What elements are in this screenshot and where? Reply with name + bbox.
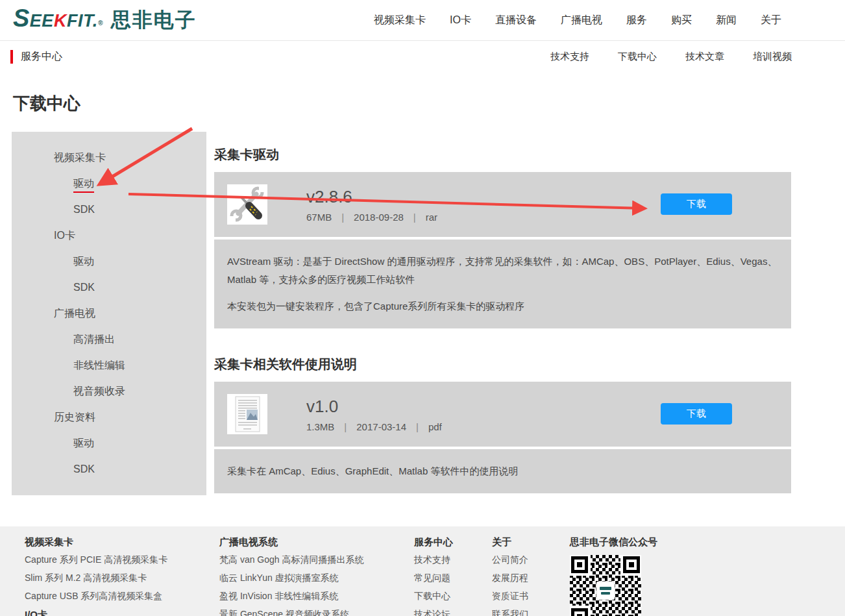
footer-link[interactable]: 常见问题 xyxy=(414,573,492,583)
download-card-driver: v2.8.6 67MB | 2018-09-28 | rar 下载 xyxy=(214,172,791,237)
sidebar-item-hd-playout[interactable]: 高清播出 xyxy=(12,326,206,352)
footer-heading: 服务中心 xyxy=(414,537,492,547)
nav-item-about[interactable]: 关于 xyxy=(761,14,781,27)
manual-description: 采集卡在 AmCap、Edius、GraphEdit、Matlab 等软件中的使… xyxy=(214,449,791,493)
footer-heading: 广播电视系统 xyxy=(219,537,414,547)
subnav-tech-articles[interactable]: 技术文章 xyxy=(685,51,724,63)
description-paragraph: AVStream 驱动：是基于 DirectShow 的通用驱动程序，支持常见的… xyxy=(227,253,778,289)
footer-link[interactable]: 联系我们 xyxy=(492,610,570,616)
version-label: v2.8.6 xyxy=(306,187,437,207)
footer-link[interactable]: 公司简介 xyxy=(492,555,570,565)
footer-link[interactable]: 发展历程 xyxy=(492,573,570,583)
download-button-manual[interactable]: 下载 xyxy=(661,403,732,425)
nav-item-service[interactable]: 服务 xyxy=(626,14,647,27)
nav-item-news[interactable]: 新闻 xyxy=(716,14,737,27)
document-icon xyxy=(227,394,267,434)
footer-link[interactable]: Capture USB 系列高清视频采集盒 xyxy=(25,591,219,601)
section-title-driver: 采集卡驱动 xyxy=(214,146,791,164)
breadcrumb-title: 服务中心 xyxy=(21,50,62,64)
footer-link[interactable]: 临云 LinkYun 虚拟演播室系统 xyxy=(219,573,414,583)
section-title-manual: 采集卡相关软件使用说明 xyxy=(214,356,791,373)
sidebar-item-nonlinear-edit[interactable]: 非线性编辑 xyxy=(12,352,206,378)
footer-heading: 视频采集卡 xyxy=(25,537,219,547)
meta-separator: | xyxy=(341,212,344,223)
download-card-manual: v1.0 1.3MB | 2017-03-14 | pdf 下载 xyxy=(214,382,791,447)
file-meta: 67MB | 2018-09-28 | rar xyxy=(306,212,437,223)
sidebar-item-sdk[interactable]: SDK xyxy=(12,197,206,223)
section-bar: 服务中心 技术支持 下载中心 技术文章 培训视频 xyxy=(0,40,845,73)
file-size: 1.3MB xyxy=(306,421,334,432)
footer-link[interactable]: 梵高 van Gogh 高标清同播播出系统 xyxy=(219,555,414,565)
file-info: v1.0 1.3MB | 2017-03-14 | pdf xyxy=(306,397,442,432)
sidebar-item-io-driver[interactable]: 驱动 xyxy=(12,249,206,275)
content-area: 视频采集卡 驱动 SDK IO卡 驱动 SDK 广播电视 高清播出 非线性编辑 … xyxy=(0,132,845,495)
meta-separator: | xyxy=(344,421,347,432)
nav-item-capture-cards[interactable]: 视频采集卡 xyxy=(374,14,426,27)
brand-logo-chinese: 思非电子 xyxy=(111,6,197,34)
footer-col-service: 服务中心 技术支持 常见问题 下载中心 技术论坛 xyxy=(414,537,492,616)
file-info: v2.8.6 67MB | 2018-09-28 | rar xyxy=(306,187,437,223)
sidebar-item-driver-active[interactable]: 驱动 xyxy=(12,171,206,197)
file-date: 2018-09-28 xyxy=(354,212,404,223)
file-date: 2017-03-14 xyxy=(356,421,406,432)
footer-link[interactable]: 景新 GenScene 视音频收录系统 xyxy=(219,610,414,616)
meta-separator: | xyxy=(413,212,416,223)
footer-heading: 关于 xyxy=(492,537,570,547)
sidebar-item-history-driver[interactable]: 驱动 xyxy=(12,430,206,456)
footer-link[interactable]: 技术支持 xyxy=(414,555,492,565)
footer-link[interactable]: 技术论坛 xyxy=(414,610,492,616)
nav-item-io-cards[interactable]: IO卡 xyxy=(450,14,471,27)
footer-link[interactable]: Capture 系列 PCIE 高清视频采集卡 xyxy=(25,555,219,565)
nav-item-live-devices[interactable]: 直播设备 xyxy=(495,14,537,27)
footer-link[interactable]: Slim 系列 M.2 高清视频采集卡 xyxy=(25,573,219,583)
brand-logo-latin: SEEKFIT.® xyxy=(13,9,103,31)
page-title: 下载中心 xyxy=(13,92,845,115)
version-label: v1.0 xyxy=(306,397,442,417)
site-header: SEEKFIT.® 思非电子 视频采集卡 IO卡 直播设备 广播电视 服务 购买… xyxy=(0,0,845,40)
file-meta: 1.3MB | 2017-03-14 | pdf xyxy=(306,421,442,432)
nav-item-buy[interactable]: 购买 xyxy=(671,14,692,27)
footer-col-wechat: 思非电子微信公众号 xyxy=(570,537,657,616)
red-accent-bar xyxy=(10,50,13,64)
file-format: rar xyxy=(426,212,437,223)
site-footer: 视频采集卡 Capture 系列 PCIE 高清视频采集卡 Slim 系列 M.… xyxy=(0,526,845,616)
download-list: 采集卡驱动 v2.8.6 67MB | 2018-09-28 xyxy=(214,132,791,493)
footer-link[interactable]: 盈视 InVision 非线性编辑系统 xyxy=(219,591,414,601)
category-sidebar: 视频采集卡 驱动 SDK IO卡 驱动 SDK 广播电视 高清播出 非线性编辑 … xyxy=(12,132,206,495)
footer-heading: I/O卡 xyxy=(25,610,219,616)
footer-heading: 思非电子微信公众号 xyxy=(570,537,657,547)
footer-col-about: 关于 公司简介 发展历程 资质证书 联系我们 xyxy=(492,537,570,616)
sidebar-item-av-record[interactable]: 视音频收录 xyxy=(12,378,206,404)
footer-link[interactable]: 资质证书 xyxy=(492,591,570,601)
footer-col-broadcast: 广播电视系统 梵高 van Gogh 高标清同播播出系统 临云 LinkYun … xyxy=(219,537,414,616)
sidebar-item-broadcast[interactable]: 广播电视 xyxy=(12,301,206,326)
sidebar-item-io-sdk[interactable]: SDK xyxy=(12,275,206,301)
footer-link[interactable]: 下载中心 xyxy=(414,591,492,601)
sidebar-item-history[interactable]: 历史资料 xyxy=(12,404,206,430)
meta-separator: | xyxy=(416,421,419,432)
subnav-tech-support[interactable]: 技术支持 xyxy=(550,51,589,63)
wechat-qr-code xyxy=(570,555,641,616)
file-format: pdf xyxy=(428,421,442,432)
tools-icon xyxy=(227,184,267,225)
sidebar-item-io-card[interactable]: IO卡 xyxy=(12,223,206,249)
main-nav: 视频采集卡 IO卡 直播设备 广播电视 服务 购买 新闻 关于 xyxy=(374,14,781,27)
driver-description: AVStream 驱动：是基于 DirectShow 的通用驱动程序，支持常见的… xyxy=(214,240,791,328)
subnav-training-videos[interactable]: 培训视频 xyxy=(753,51,792,63)
footer-col-capture: 视频采集卡 Capture 系列 PCIE 高清视频采集卡 Slim 系列 M.… xyxy=(25,537,219,616)
download-button-driver[interactable]: 下载 xyxy=(661,193,732,215)
sidebar-item-history-sdk[interactable]: SDK xyxy=(12,456,206,482)
description-paragraph: 本安装包为一键安装程序，包含了Capture系列所有采集卡的驱动程序 xyxy=(227,297,778,315)
sidebar-item-video-capture[interactable]: 视频采集卡 xyxy=(12,145,206,171)
nav-item-broadcast-tv[interactable]: 广播电视 xyxy=(561,14,602,27)
subnav-download-center[interactable]: 下载中心 xyxy=(618,51,657,63)
description-paragraph: 采集卡在 AmCap、Edius、GraphEdit、Matlab 等软件中的使… xyxy=(227,462,778,480)
file-size: 67MB xyxy=(306,212,332,223)
brand-logo[interactable]: SEEKFIT.® 思非电子 xyxy=(13,6,197,34)
breadcrumb: 服务中心 xyxy=(10,50,62,64)
service-subnav: 技术支持 下载中心 技术文章 培训视频 xyxy=(550,51,792,63)
